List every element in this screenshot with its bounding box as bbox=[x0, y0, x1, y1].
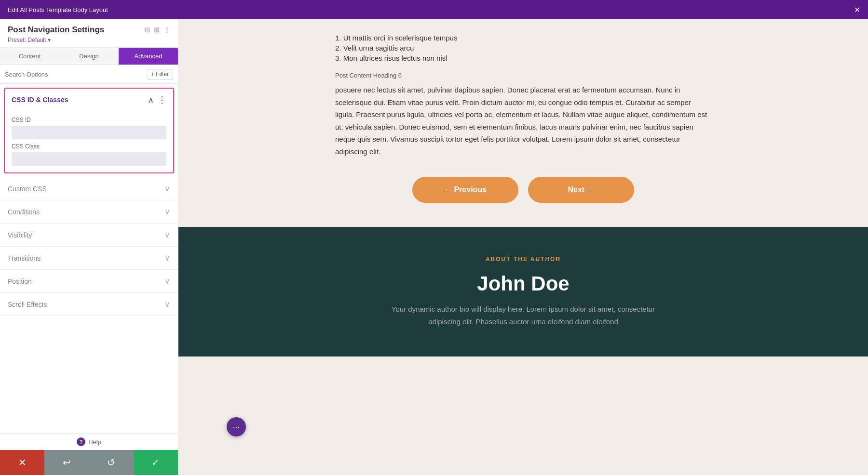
undo-button[interactable]: ↩ bbox=[44, 450, 89, 475]
conditions-title: Conditions bbox=[8, 208, 40, 216]
nav-buttons: ← Previous Next → bbox=[335, 177, 711, 203]
dark-author-section: ABOUT THE AUTHOR John Doe Your dynamic a… bbox=[178, 227, 868, 356]
content-paragraph: posuere nec lectus sit amet, pulvinar da… bbox=[335, 84, 711, 158]
bottom-bar: ✕ ↩ ↺ ✓ bbox=[0, 450, 178, 475]
post-heading-6: Post Content Heading 6 bbox=[335, 72, 711, 79]
content-area: 1. Ut mattis orci in scelerisque tempus … bbox=[306, 19, 740, 227]
css-id-classes-title: CSS ID & Classes bbox=[12, 96, 68, 104]
tab-design[interactable]: Design bbox=[59, 48, 119, 65]
help-label: Help bbox=[88, 438, 101, 446]
more-options-icon[interactable]: ⋮ bbox=[163, 26, 170, 34]
custom-css-chevron[interactable]: ∨ bbox=[164, 184, 170, 193]
responsive-icon[interactable]: ⊡ bbox=[144, 26, 150, 34]
conditions-chevron[interactable]: ∨ bbox=[164, 207, 170, 216]
filter-button[interactable]: + Filter bbox=[147, 69, 173, 79]
css-id-classes-header[interactable]: CSS ID & Classes ∧ ⋮ bbox=[5, 89, 173, 111]
custom-css-section: Custom CSS ∨ bbox=[0, 177, 178, 200]
sidebar-title-row: Post Navigation Settings ⊡ ⊞ ⋮ bbox=[8, 25, 170, 35]
css-id-classes-body: CSS ID CSS Class bbox=[5, 111, 173, 172]
preset-label[interactable]: Preset: Default bbox=[8, 37, 170, 43]
grid-icon[interactable]: ⊞ bbox=[154, 26, 160, 34]
redo-button[interactable]: ↺ bbox=[89, 450, 134, 475]
scroll-effects-section: Scroll Effects ∨ bbox=[0, 293, 178, 316]
list-item: 2. Velit urna sagittis arcu bbox=[335, 44, 711, 52]
transitions-title: Transitions bbox=[8, 254, 41, 262]
author-bio: Your dynamic author bio will display her… bbox=[379, 303, 668, 328]
cancel-button[interactable]: ✕ bbox=[0, 450, 44, 475]
css-id-input[interactable] bbox=[12, 126, 166, 139]
sidebar-module-title: Post Navigation Settings bbox=[8, 25, 104, 35]
position-header[interactable]: Position ∨ bbox=[8, 270, 170, 292]
conditions-section: Conditions ∨ bbox=[0, 200, 178, 224]
css-class-label: CSS Class bbox=[12, 143, 166, 150]
search-bar: + Filter bbox=[0, 65, 178, 84]
position-section: Position ∨ bbox=[0, 270, 178, 293]
scroll-effects-chevron[interactable]: ∨ bbox=[164, 300, 170, 309]
visibility-header[interactable]: Visibility ∨ bbox=[8, 224, 170, 246]
help-bar[interactable]: ? Help bbox=[0, 433, 178, 450]
sidebar-content: CSS ID & Classes ∧ ⋮ CSS ID CSS Class Cu… bbox=[0, 84, 178, 433]
content-list: 1. Ut mattis orci in scelerisque tempus … bbox=[335, 34, 711, 62]
search-input[interactable] bbox=[5, 71, 143, 78]
top-bar-title: Edit All Posts Template Body Layout bbox=[8, 6, 108, 13]
author-name: John Doe bbox=[207, 272, 839, 295]
tabs-bar: Content Design Advanced bbox=[0, 48, 178, 65]
top-bar: Edit All Posts Template Body Layout ✕ bbox=[0, 0, 868, 19]
transitions-chevron[interactable]: ∨ bbox=[164, 253, 170, 263]
save-button[interactable]: ✓ bbox=[134, 450, 178, 475]
css-class-input[interactable] bbox=[12, 152, 166, 166]
about-author-label: ABOUT THE AUTHOR bbox=[207, 256, 839, 263]
help-icon: ? bbox=[77, 437, 85, 446]
sidebar-header-icons: ⊡ ⊞ ⋮ bbox=[144, 26, 170, 34]
custom-css-title: Custom CSS bbox=[8, 185, 47, 193]
position-chevron[interactable]: ∨ bbox=[164, 277, 170, 286]
tab-content[interactable]: Content bbox=[0, 48, 59, 65]
position-title: Position bbox=[8, 277, 32, 285]
sidebar-header: Post Navigation Settings ⊡ ⊞ ⋮ Preset: D… bbox=[0, 19, 178, 48]
conditions-header[interactable]: Conditions ∨ bbox=[8, 200, 170, 223]
custom-css-header[interactable]: Custom CSS ∨ bbox=[8, 177, 170, 200]
visibility-section: Visibility ∨ bbox=[0, 224, 178, 247]
css-id-classes-header-icons: ∧ ⋮ bbox=[148, 94, 166, 105]
list-item: 3. Mon ultrices risus lectus non nisl bbox=[335, 54, 711, 62]
close-button[interactable]: ✕ bbox=[854, 5, 860, 14]
scroll-effects-header[interactable]: Scroll Effects ∨ bbox=[8, 293, 170, 316]
sidebar: Post Navigation Settings ⊡ ⊞ ⋮ Preset: D… bbox=[0, 19, 178, 475]
prev-button[interactable]: ← Previous bbox=[412, 177, 518, 203]
transitions-section: Transitions ∨ bbox=[0, 247, 178, 270]
visibility-chevron[interactable]: ∨ bbox=[164, 230, 170, 239]
transitions-header[interactable]: Transitions ∨ bbox=[8, 247, 170, 269]
scroll-effects-title: Scroll Effects bbox=[8, 301, 47, 308]
css-id-classes-section: CSS ID & Classes ∧ ⋮ CSS ID CSS Class bbox=[4, 88, 174, 173]
floating-chat-button[interactable]: ··· bbox=[227, 417, 246, 436]
next-button[interactable]: Next → bbox=[528, 177, 634, 203]
list-item: 1. Ut mattis orci in scelerisque tempus bbox=[335, 34, 711, 42]
visibility-title: Visibility bbox=[8, 231, 32, 239]
collapse-icon[interactable]: ∧ bbox=[148, 95, 154, 105]
chat-icon: ··· bbox=[232, 422, 240, 432]
section-more-icon[interactable]: ⋮ bbox=[158, 94, 166, 105]
tab-advanced[interactable]: Advanced bbox=[119, 48, 178, 65]
css-id-label: CSS ID bbox=[12, 117, 166, 123]
main-content: 1. Ut mattis orci in scelerisque tempus … bbox=[178, 19, 868, 475]
